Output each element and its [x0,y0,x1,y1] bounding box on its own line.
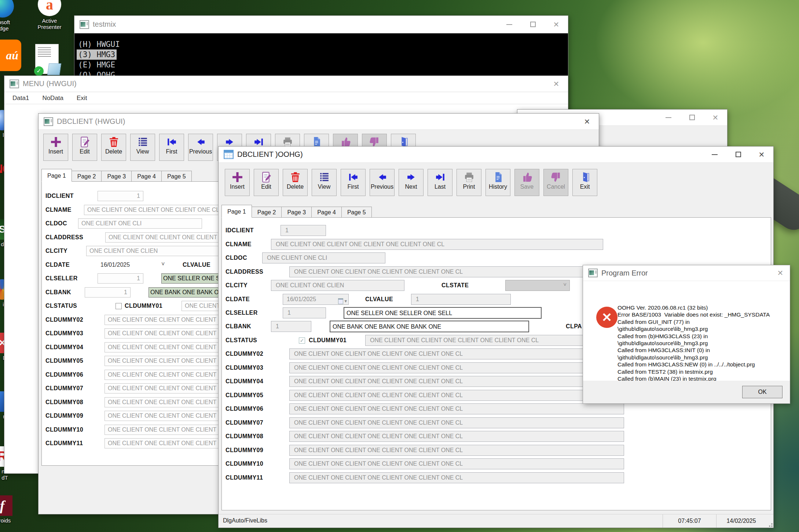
edit-button[interactable]: Edit [254,169,279,196]
cldummy07-input[interactable]: ONE CLIENT ONE CLIENT ONE CLIENT ONE CLI… [105,383,220,394]
cldummy05-input[interactable]: ONE CLIENT ONE CLIENT ONE CLIENT ONE CLI… [105,356,220,366]
insert-button[interactable]: Insert [43,134,68,161]
cldummy01-input[interactable]: ONE CLIENT ONE CLIENT ONE CLIENT ONE CLI… [365,335,583,346]
cancel-button[interactable]: Cancel [543,169,568,196]
cldummy09-input[interactable]: ONE CLIENT ONE CLIENT ONE CLIENT ONE CLI… [105,411,220,421]
minimize-button[interactable] [498,16,521,33]
clstate-dropdown[interactable]: ˅ [505,280,570,291]
clseller-input[interactable]: 1 [283,307,326,318]
cldummy03-input[interactable]: ONE CLIENT ONE CLIENT ONE CLIENT ONE CLI… [105,328,220,339]
cldummy08-input[interactable]: ONE CLIENT ONE CLIENT ONE CLIENT ONE CLI… [289,431,624,442]
clvalue-input[interactable]: 1 [411,294,511,305]
claddress-input[interactable]: ONE CLIENT ONE CLIENT ONE CLIENT ONE CLI… [105,232,220,243]
menu-item-nodata[interactable]: NoData [42,95,63,102]
clname-input[interactable]: ONE CLIENT ONE CLIENT ONE CLIENT ONE CLI… [84,205,220,215]
previous-button[interactable]: Previous [370,169,395,196]
clstatus-checkbox[interactable] [116,303,122,309]
exit-button[interactable]: Exit [572,169,597,196]
resize-grip[interactable] [767,522,773,527]
last-button[interactable]: Last [428,169,452,196]
cldummy03-input[interactable]: ONE CLIENT ONE CLIENT ONE CLIENT ONE CLI… [289,362,624,373]
desktop-icon-notepad[interactable]: ✓ [32,44,62,74]
tab-page2[interactable]: Page 2 [72,171,102,182]
tab-page4[interactable]: Page 4 [312,207,342,218]
tab-page1[interactable]: Page 1 [221,205,252,218]
history-button[interactable]: History [485,169,510,196]
edit-button[interactable]: Edit [72,134,97,161]
menu-item-data1[interactable]: Data1 [12,95,29,102]
tab-page3[interactable]: Page 3 [282,207,312,218]
tab-page4[interactable]: Page 4 [132,171,162,182]
desktop-icon-active-presenter[interactable]: a Active Presenter [26,0,73,30]
desktop-icon-flash[interactable]: f roids [0,495,18,524]
minimize-button[interactable] [703,147,726,162]
tab-page1[interactable]: Page 1 [41,169,72,182]
cldummy07-input[interactable]: ONE CLIENT ONE CLIENT ONE CLIENT ONE CLI… [289,417,624,428]
cldummy11-input[interactable]: ONE CLIENT ONE CLIENT ONE CLIENT ONE CLI… [105,438,220,448]
previous-button[interactable]: Previous [188,134,213,161]
view-button[interactable]: View [130,134,155,161]
claddress-input[interactable]: ONE CLIENT ONE CLIENT ONE CLIENT ONE CLI… [289,266,603,277]
cldummy04-input[interactable]: ONE CLIENT ONE CLIENT ONE CLIENT ONE CLI… [289,376,624,387]
close-button[interactable]: ✕ [704,110,727,125]
testmix-titlebar[interactable]: testmix ✕ [74,16,568,33]
delete-button[interactable]: Delete [101,134,126,161]
minimize-button[interactable] [657,110,680,125]
ok-button[interactable]: OK [742,386,782,398]
clbank-input[interactable]: 1 [85,287,131,298]
cldummy08-input[interactable]: ONE CLIENT ONE CLIENT ONE CLIENT ONE CLI… [105,397,220,407]
maximize-button[interactable] [726,147,750,162]
cldummy02-input[interactable]: ONE CLIENT ONE CLIENT ONE CLIENT ONE CLI… [105,315,220,325]
button-label: Last [428,184,452,190]
idclient-input[interactable]: 1 [281,225,326,236]
cldummy04-input[interactable]: ONE CLIENT ONE CLIENT ONE CLIENT ONE CLI… [105,342,220,352]
cldummy10-input[interactable]: ONE CLIENT ONE CLIENT ONE CLIENT ONE CLI… [105,425,220,435]
cldummy10-input[interactable]: ONE CLIENT ONE CLIENT ONE CLIENT ONE CLI… [289,458,624,469]
menu-titlebar[interactable]: MENU (HWGUI) ✕ [4,76,568,92]
clname-input[interactable]: ONE CLIENT ONE CLIENT ONE CLIENT ONE CLI… [271,239,603,250]
error-dialog-titlebar[interactable]: Program Error ✕ [583,265,790,281]
cldate-value[interactable]: 16/01/2025 [100,259,130,270]
desktop-icon-edge[interactable]: osoft dge [0,0,17,32]
maximize-button[interactable] [680,110,704,125]
clstatus-checkbox[interactable]: ✓ [299,337,305,344]
desktop-icon-itau[interactable]: aú au [0,40,23,79]
insert-button[interactable]: Insert [225,169,250,196]
chevron-down-icon[interactable]: ˅ [161,261,165,267]
delete-button[interactable]: Delete [283,169,308,196]
maximize-button[interactable] [521,16,545,33]
first-button[interactable]: First [159,134,184,161]
oohg-titlebar[interactable]: DBCLIENT )OOHG) ✕ [219,147,773,163]
clcity-input[interactable]: ONE CLIENT ONE CLIEN [271,280,404,291]
hwgui-titlebar[interactable]: DBCLIENT (HWGUI) ✕ [39,114,599,130]
view-button[interactable]: View [312,169,337,196]
cldummy01-input[interactable]: ONE CLIENT ONE CLIENT ONE CLIENT ONE CLI… [182,301,220,311]
clcity-input[interactable]: ONE CLIENT ONE CLIEN [86,246,220,256]
print-button[interactable]: Print [457,169,481,196]
close-button[interactable]: ✕ [545,16,568,33]
cldummy09-input[interactable]: ONE CLIENT ONE CLIENT ONE CLIENT ONE CLI… [289,445,624,456]
close-button[interactable]: ✕ [750,147,773,162]
close-button[interactable]: ✕ [575,114,599,129]
cldummy06-input[interactable]: ONE CLIENT ONE CLIENT ONE CLIENT ONE CLI… [105,370,220,380]
cldoc-input[interactable]: ONE CLIENT ONE CLI [262,252,385,263]
first-button[interactable]: First [341,169,366,196]
clseller-input[interactable]: 1 [98,273,143,284]
clbank-input[interactable]: 1 [271,321,311,332]
tab-page5[interactable]: Page 5 [162,171,192,182]
cldummy02-input[interactable]: ONE CLIENT ONE CLIENT ONE CLIENT ONE CLI… [289,348,624,359]
tab-page2[interactable]: Page 2 [252,207,282,218]
cldummy05-input[interactable]: ONE CLIENT ONE CLIENT ONE CLIENT ONE CLI… [289,390,624,401]
save-button[interactable]: Save [514,169,539,196]
cldummy11-input[interactable]: ONE CLIENT ONE CLIENT ONE CLIENT ONE CLI… [289,472,624,483]
next-button[interactable]: Next [399,169,424,196]
idclient-input[interactable]: 1 [98,191,143,201]
tab-page3[interactable]: Page 3 [102,171,132,182]
cldoc-input[interactable]: ONE CLIENT ONE CLI [78,218,202,229]
cldate-picker[interactable]: 16/01/2025 ▾ [283,294,349,305]
menu-item-exit[interactable]: Exit [77,95,87,102]
close-button[interactable]: ✕ [545,76,568,92]
close-button[interactable]: ✕ [771,265,790,281]
tab-page5[interactable]: Page 5 [342,207,372,218]
cldummy06-input[interactable]: ONE CLIENT ONE CLIENT ONE CLIENT ONE CLI… [289,403,624,414]
